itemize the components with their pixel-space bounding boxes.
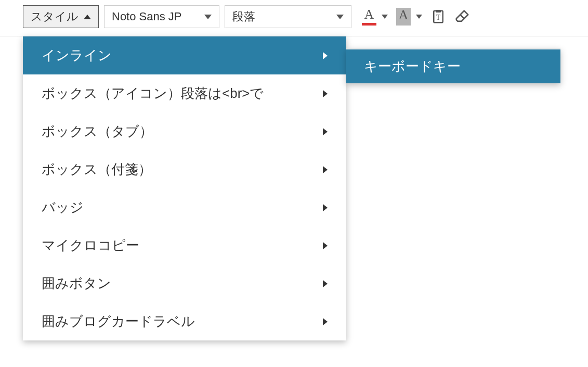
text-color-icon: A xyxy=(362,8,376,26)
text-color-tool[interactable]: A xyxy=(362,8,388,26)
submenu-item-label: キーボードキー xyxy=(364,57,461,75)
menu-item-label: ボックス（アイコン）段落は<br>で xyxy=(42,84,264,103)
svg-line-3 xyxy=(460,15,464,19)
menu-item-label: ボックス（タブ） xyxy=(42,122,153,141)
clipboard-paste-icon: T xyxy=(430,9,446,24)
menu-item-label: ボックス（付箋） xyxy=(42,160,152,179)
chevron-right-icon xyxy=(323,318,328,325)
submenu-item[interactable]: キーボードキー xyxy=(346,49,560,83)
paste-tool[interactable]: T xyxy=(430,9,446,24)
style-menu-item[interactable]: 囲みブログカードラベル xyxy=(23,302,346,340)
style-menu-item[interactable]: ボックス（アイコン）段落は<br>で xyxy=(23,74,346,112)
text-tool-group: A A T xyxy=(362,8,470,26)
style-menu-item[interactable]: マイクロコピー xyxy=(23,226,346,264)
chevron-right-icon xyxy=(323,280,328,287)
font-family-value: Noto Sans JP xyxy=(112,10,182,23)
chevron-right-icon xyxy=(323,242,328,249)
caret-up-icon xyxy=(84,15,91,19)
paragraph-format-value: 段落 xyxy=(232,9,255,24)
style-menu-item[interactable]: バッジ xyxy=(23,188,346,226)
highlight-color-tool[interactable]: A xyxy=(396,8,422,26)
font-family-select[interactable]: Noto Sans JP xyxy=(104,5,219,28)
svg-text:T: T xyxy=(436,14,441,21)
chevron-right-icon xyxy=(323,204,328,211)
menu-item-label: インライン xyxy=(42,46,112,65)
chevron-right-icon xyxy=(323,52,328,59)
style-dropdown-label: スタイル xyxy=(31,9,79,24)
chevron-right-icon xyxy=(323,166,328,173)
highlight-icon: A xyxy=(396,8,411,26)
style-dropdown-button[interactable]: スタイル xyxy=(23,5,99,28)
clear-format-tool[interactable] xyxy=(454,9,470,24)
editor-toolbar: スタイル Noto Sans JP 段落 A A xyxy=(0,5,588,28)
menu-item-label: 囲みボタン xyxy=(42,274,111,293)
caret-down-icon[interactable] xyxy=(416,15,422,19)
svg-rect-1 xyxy=(436,10,441,12)
style-dropdown-menu: インラインボックス（アイコン）段落は<br>でボックス（タブ）ボックス（付箋）バ… xyxy=(23,36,346,340)
chevron-right-icon xyxy=(323,90,328,97)
caret-down-icon[interactable] xyxy=(382,15,388,19)
menu-item-label: 囲みブログカードラベル xyxy=(42,312,195,331)
style-menu-item[interactable]: ボックス（付箋） xyxy=(23,150,346,188)
paragraph-format-select[interactable]: 段落 xyxy=(225,5,351,28)
chevron-right-icon xyxy=(323,128,328,135)
caret-down-icon xyxy=(204,15,212,19)
caret-down-icon xyxy=(336,15,344,19)
style-menu-item[interactable]: ボックス（タブ） xyxy=(23,112,346,150)
menu-item-label: バッジ xyxy=(42,198,84,217)
style-submenu: キーボードキー xyxy=(346,48,560,83)
eraser-icon xyxy=(454,9,470,24)
style-menu-item[interactable]: インライン xyxy=(23,36,346,74)
menu-item-label: マイクロコピー xyxy=(42,236,139,255)
style-menu-item[interactable]: 囲みボタン xyxy=(23,264,346,302)
toolbar-area: スタイル Noto Sans JP 段落 A A xyxy=(0,0,588,36)
